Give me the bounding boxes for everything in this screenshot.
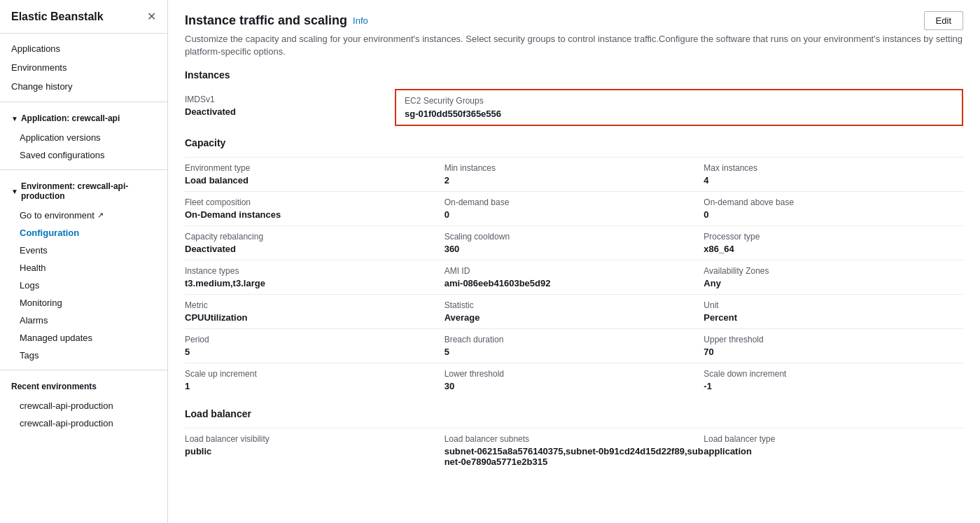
cap-col3-label-3: Availability Zones	[704, 266, 963, 276]
cap-col3-4: Unit Percent	[704, 300, 963, 323]
cap-col3-value-6: -1	[704, 381, 963, 391]
lb-col3-0: Load balancer type application	[704, 434, 963, 467]
instances-section-title: Instances	[185, 69, 963, 81]
lb-row-0: Load balancer visibility public Load bal…	[185, 428, 963, 473]
cap-col1-label-4: Metric	[185, 300, 444, 310]
cap-col3-1: On-demand above base 0	[704, 197, 963, 220]
sidebar-header: Elastic Beanstalk ✕	[0, 0, 167, 34]
cap-col2-value-6: 30	[444, 381, 704, 391]
cap-col2-label-2: Scaling cooldown	[444, 232, 704, 242]
capacity-row-5: Period 5 Breach duration 5 Upper thresho…	[185, 328, 963, 363]
cap-col2-value-3: ami-086eeb41603be5d92	[444, 278, 704, 288]
cap-col2-3: AMI ID ami-086eeb41603be5d92	[444, 266, 704, 288]
ec2-sg-label: EC2 Security Groups	[405, 96, 953, 106]
info-link[interactable]: Info	[353, 15, 368, 26]
capacity-row-2: Capacity rebalancing Deactivated Scaling…	[185, 225, 963, 260]
edit-button[interactable]: Edit	[924, 11, 963, 30]
cap-col3-label-6: Scale down increment	[704, 369, 963, 379]
arrow-icon: ▼	[11, 115, 18, 123]
imdsvs1-label: IMDSv1	[185, 95, 395, 104]
cap-col2-4: Statistic Average	[444, 300, 704, 323]
cap-col2-value-4: Average	[444, 312, 704, 323]
cap-col2-label-1: On-demand base	[444, 197, 704, 207]
close-sidebar-button[interactable]: ✕	[147, 10, 156, 23]
cap-col2-value-2: 360	[444, 244, 704, 254]
sidebar-item-events[interactable]: Events	[0, 242, 167, 259]
cap-col3-value-4: Percent	[704, 312, 963, 323]
sidebar-item-app-versions[interactable]: Application versions	[0, 129, 167, 146]
cap-col1-value-0: Load balanced	[185, 175, 444, 186]
cap-col2-value-1: 0	[444, 209, 704, 220]
cap-col1-label-1: Fleet composition	[185, 197, 444, 207]
sidebar-application-section: ▼ Application: crewcall-api	[0, 108, 167, 129]
ec2-sg-box: EC2 Security Groups sg-01f0dd550f365e556	[395, 89, 963, 126]
cap-col1-value-1: On-Demand instances	[185, 209, 444, 220]
sidebar-item-managed-updates[interactable]: Managed updates	[0, 329, 167, 347]
cap-col1-2: Capacity rebalancing Deactivated	[185, 232, 444, 254]
sidebar-environment-section: ▼ Environment: crewcall-api-production	[0, 176, 167, 207]
sidebar: Elastic Beanstalk ✕ Applications Environ…	[0, 0, 168, 523]
load-balancer-section-title: Load balancer	[185, 408, 963, 419]
lb-col2-0: Load balancer subnets subnet-06215a8a576…	[444, 434, 704, 467]
cap-col3-label-1: On-demand above base	[704, 197, 963, 207]
sidebar-item-go-to-env[interactable]: Go to environment ↗	[0, 207, 167, 224]
capacity-section-title: Capacity	[185, 137, 963, 148]
cap-col3-0: Max instances 4	[704, 163, 963, 186]
sidebar-recent-item-2[interactable]: crewcall-api-production	[0, 414, 167, 432]
sidebar-recent-item-1[interactable]: crewcall-api-production	[0, 397, 167, 414]
capacity-rows: Environment type Load balanced Min insta…	[185, 157, 963, 397]
cap-col2-5: Breach duration 5	[444, 335, 704, 357]
cap-col3-label-4: Unit	[704, 300, 963, 310]
page-header: Instance traffic and scaling Info Edit	[185, 11, 963, 30]
lb-col3-label-0: Load balancer type	[704, 434, 963, 444]
sidebar-item-alarms[interactable]: Alarms	[0, 312, 167, 329]
cap-col2-label-4: Statistic	[444, 300, 704, 310]
sidebar-divider-2	[0, 169, 167, 170]
external-link-icon: ↗	[97, 211, 104, 220]
capacity-row-6: Scale up increment 1 Lower threshold 30 …	[185, 363, 963, 397]
capacity-row-3: Instance types t3.medium,t3.large AMI ID…	[185, 260, 963, 294]
page-title: Instance traffic and scaling	[185, 13, 347, 28]
sidebar-title: Elastic Beanstalk	[11, 11, 104, 23]
imdsvs1-item: IMDSv1 Deactivated	[185, 89, 395, 126]
sidebar-item-environments[interactable]: Environments	[0, 58, 167, 77]
page-description: Customize the capacity and scaling for y…	[185, 33, 963, 58]
cap-col1-6: Scale up increment 1	[185, 369, 444, 391]
cap-col2-label-0: Min instances	[444, 163, 704, 173]
cap-col1-value-4: CPUUtilization	[185, 312, 444, 323]
sidebar-item-configuration[interactable]: Configuration	[0, 224, 167, 242]
cap-col1-value-5: 5	[185, 347, 444, 357]
sidebar-item-tags[interactable]: Tags	[0, 347, 167, 364]
cap-col1-label-5: Period	[185, 335, 444, 344]
cap-col1-label-3: Instance types	[185, 266, 444, 276]
cap-col1-value-2: Deactivated	[185, 244, 444, 254]
cap-col1-value-6: 1	[185, 381, 444, 391]
lb-col1-label-0: Load balancer visibility	[185, 434, 444, 444]
sidebar-item-logs[interactable]: Logs	[0, 277, 167, 294]
sidebar-item-monitoring[interactable]: Monitoring	[0, 294, 167, 312]
cap-col1-4: Metric CPUUtilization	[185, 300, 444, 323]
lb-col1-value-0: public	[185, 446, 444, 456]
sidebar-item-saved-configs[interactable]: Saved configurations	[0, 146, 167, 164]
cap-col2-label-3: AMI ID	[444, 266, 704, 276]
cap-col3-value-3: Any	[704, 278, 963, 288]
sidebar-item-health[interactable]: Health	[0, 259, 167, 277]
cap-col1-1: Fleet composition On-Demand instances	[185, 197, 444, 220]
cap-col3-label-2: Processor type	[704, 232, 963, 242]
sidebar-item-change-history[interactable]: Change history	[0, 77, 167, 96]
cap-col3-label-0: Max instances	[704, 163, 963, 173]
cap-col1-label-2: Capacity rebalancing	[185, 232, 444, 242]
cap-col1-0: Environment type Load balanced	[185, 163, 444, 186]
ec2-sg-value: sg-01f0dd550f365e556	[405, 109, 953, 119]
lb-col3-value-0: application	[704, 446, 963, 456]
sidebar-recent-section: Recent environments	[0, 376, 167, 397]
cap-col3-value-1: 0	[704, 209, 963, 220]
capacity-row-0: Environment type Load balanced Min insta…	[185, 157, 963, 191]
capacity-row-1: Fleet composition On-Demand instances On…	[185, 191, 963, 225]
sidebar-item-applications[interactable]: Applications	[0, 39, 167, 58]
capacity-row-4: Metric CPUUtilization Statistic Average …	[185, 294, 963, 328]
lb-col1-0: Load balancer visibility public	[185, 434, 444, 467]
cap-col3-5: Upper threshold 70	[704, 335, 963, 357]
page-title-row: Instance traffic and scaling Info	[185, 13, 368, 28]
cap-col2-6: Lower threshold 30	[444, 369, 704, 391]
